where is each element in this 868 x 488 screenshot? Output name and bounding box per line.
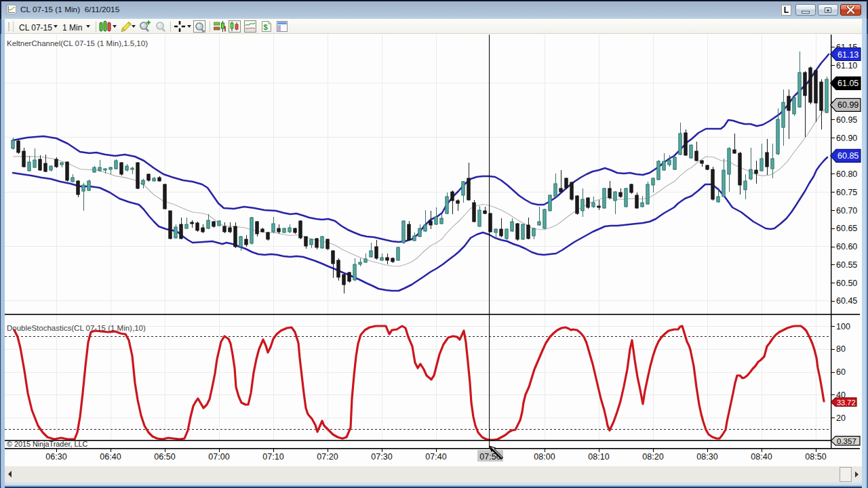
svg-text:60.85: 60.85 (837, 151, 859, 161)
svg-text:$: $ (264, 23, 268, 31)
svg-text:60.65: 60.65 (836, 224, 857, 233)
svg-text:07:00: 07:00 (208, 452, 229, 462)
svg-text:60.45: 60.45 (836, 296, 857, 306)
svg-text:08:40: 08:40 (751, 452, 772, 462)
svg-text:60.60: 60.60 (836, 242, 857, 251)
svg-text:60.75: 60.75 (836, 188, 857, 197)
svg-text:KeltnerChannel(CL 07-15 (1 Min: KeltnerChannel(CL 07-15 (1 Min),1.5,10) (7, 39, 148, 47)
svg-text:61.10: 61.10 (836, 61, 857, 70)
svg-text:08:50: 08:50 (805, 452, 826, 462)
svg-text:DoubleStochastics(CL 07-15 (1: DoubleStochastics(CL 07-15 (1 Min),10) (7, 324, 146, 332)
svg-text:60.50: 60.50 (836, 279, 857, 288)
svg-text:60.95: 60.95 (836, 115, 857, 125)
svg-text:60.55: 60.55 (836, 260, 857, 270)
svg-text:08:10: 08:10 (588, 452, 609, 462)
svg-text:08:30: 08:30 (696, 452, 717, 462)
svg-text:33.72: 33.72 (837, 399, 856, 407)
svg-text:60: 60 (836, 367, 846, 377)
svg-text:07:40: 07:40 (425, 452, 446, 462)
svg-text:06:30: 06:30 (45, 452, 66, 462)
svg-text:06:50: 06:50 (154, 452, 175, 462)
svg-text:61.13: 61.13 (837, 50, 859, 60)
svg-text:61.05: 61.05 (837, 79, 859, 88)
svg-text:08:20: 08:20 (642, 452, 663, 462)
svg-text:07:30: 07:30 (371, 452, 392, 462)
svg-text:60.99: 60.99 (837, 100, 859, 110)
svg-text:60.80: 60.80 (836, 169, 857, 179)
svg-text:© 2015 NinjaTrader, LLC: © 2015 NinjaTrader, LLC (7, 440, 87, 448)
svg-text:20: 20 (836, 413, 846, 423)
svg-text:60.90: 60.90 (836, 134, 857, 143)
svg-text:0.357: 0.357 (837, 437, 856, 445)
svg-text:80: 80 (836, 344, 846, 354)
svg-text:07:10: 07:10 (262, 452, 283, 462)
svg-text:06:40: 06:40 (100, 452, 121, 462)
svg-text:60.70: 60.70 (836, 206, 857, 216)
svg-text:100: 100 (836, 322, 850, 331)
svg-text:07:20: 07:20 (317, 452, 338, 462)
svg-text:08:00: 08:00 (534, 452, 555, 462)
